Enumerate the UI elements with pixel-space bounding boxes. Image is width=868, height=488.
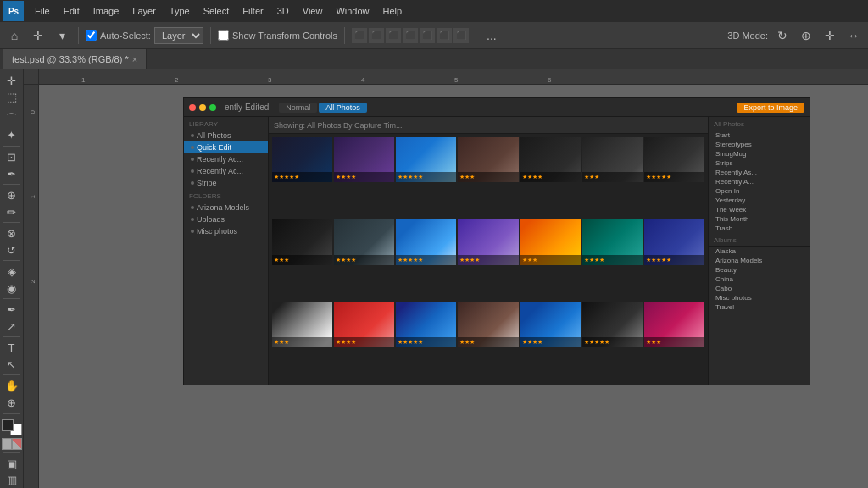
tool-crop[interactable]: ⊡ [2, 149, 22, 165]
menu-view[interactable]: View [297, 4, 329, 18]
thumb-13[interactable]: ★★★★ [582, 219, 643, 264]
tool-eyedropper[interactable]: ✒ [2, 166, 22, 182]
tool-zoom[interactable]: ⊕ [2, 395, 22, 411]
quick-mask-toggle[interactable] [2, 438, 22, 450]
right-item-china[interactable]: China [709, 274, 810, 284]
left-nav-stripe[interactable]: Stripe [184, 177, 268, 189]
tool-spot-heal[interactable]: ⊕ [2, 187, 22, 203]
thumb-16[interactable]: ★★★★ [334, 302, 394, 347]
align-left-btn[interactable]: ⬛ [352, 28, 367, 43]
thumb-8[interactable]: ★★★ [272, 219, 332, 264]
screen-mode-2-btn[interactable]: ▥ [2, 472, 22, 488]
thumb-7[interactable]: ★★★★★ [644, 137, 704, 182]
tool-clone[interactable]: ⊗ [2, 225, 22, 241]
screen-mode-btn[interactable]: ▣ [2, 456, 22, 472]
right-item-the-week[interactable]: The Week [709, 205, 810, 214]
thumb-9[interactable]: ★★★★ [334, 219, 394, 264]
thumb-10[interactable]: ★★★★★ [396, 219, 456, 264]
tool-marquee[interactable]: ⬚ [2, 90, 22, 106]
tool-type[interactable]: T [2, 340, 22, 356]
right-item-cabo[interactable]: Cabo [709, 284, 810, 293]
left-nav-all-photos[interactable]: All Photos [184, 130, 268, 141]
tool-move[interactable]: ✛ [2, 73, 22, 89]
tool-quick-select[interactable]: ✦ [2, 128, 22, 144]
tool-lasso[interactable]: ⌒ [2, 111, 22, 127]
tool-history[interactable]: ↺ [2, 242, 22, 258]
thumb-14[interactable]: ★★★★★ [644, 219, 704, 264]
thumb-17[interactable]: ★★★★★ [396, 302, 456, 347]
home-icon[interactable]: ⌂ [5, 26, 24, 45]
maximize-dot[interactable] [209, 104, 216, 111]
left-nav-misc[interactable]: Misc photos [184, 225, 268, 237]
3d-zoom-icon[interactable]: ⊕ [797, 26, 815, 45]
right-item-alaska[interactable]: Alaska [709, 247, 810, 256]
right-item-travel[interactable]: Travel [709, 302, 810, 312]
right-item-arizona-models[interactable]: Arizona Models [709, 256, 810, 265]
right-item-yesterday[interactable]: Yesterday [709, 196, 810, 205]
export-btn[interactable]: Export to Image [737, 103, 804, 113]
thumb-1[interactable]: ★★★★★ [272, 137, 332, 182]
menu-layer[interactable]: Layer [126, 4, 162, 18]
more-options[interactable]: ... [483, 29, 500, 42]
menu-file[interactable]: File [29, 4, 56, 18]
3d-rotate-icon[interactable]: ↻ [773, 26, 792, 45]
thumb-11[interactable]: ★★★★ [458, 219, 518, 264]
minimize-dot[interactable] [199, 104, 206, 111]
thumb-19[interactable]: ★★★★ [520, 302, 581, 347]
right-item-trash[interactable]: Trash [709, 224, 810, 233]
menu-3d[interactable]: 3D [271, 4, 295, 18]
left-nav-recently-ac2[interactable]: Recently Ac... [184, 165, 268, 177]
tool-direct-select[interactable]: ↖ [2, 357, 22, 373]
tool-pen[interactable]: ✒ [2, 302, 22, 318]
thumb-18[interactable]: ★★★ [458, 302, 518, 347]
menu-select[interactable]: Select [198, 4, 236, 18]
auto-select-checkbox[interactable] [86, 30, 97, 41]
menu-type[interactable]: Type [164, 4, 196, 18]
tool-path[interactable]: ↗ [2, 319, 22, 335]
thumb-15[interactable]: ★★★ [272, 302, 332, 347]
thumb-2[interactable]: ★★★★ [334, 137, 394, 182]
thumb-3[interactable]: ★★★★★ [396, 137, 456, 182]
right-item-open-in[interactable]: Open In [709, 186, 810, 196]
tool-brush[interactable]: ✏ [2, 204, 22, 220]
tab-close-btn[interactable]: × [132, 54, 137, 64]
left-nav-quick-edit[interactable]: Quick Edit [184, 141, 268, 153]
right-item-strips[interactable]: Strips [709, 158, 810, 168]
distribute-btn[interactable]: ⬛ [453, 28, 469, 43]
thumb-20[interactable]: ★★★★★ [582, 302, 643, 347]
align-center-btn[interactable]: ⬛ [369, 28, 384, 43]
thumb-5[interactable]: ★★★★ [520, 137, 581, 182]
align-right-btn[interactable]: ⬛ [386, 28, 401, 43]
right-item-recently-as[interactable]: Recently As... [709, 168, 810, 177]
left-nav-recently-ac1[interactable]: Recently Ac... [184, 153, 268, 165]
thumb-6[interactable]: ★★★ [582, 137, 643, 182]
right-item-misc-photos[interactable]: Misc photos [709, 293, 810, 302]
menu-window[interactable]: Window [330, 4, 375, 18]
tool-blur[interactable]: ◈ [2, 263, 22, 280]
menu-help[interactable]: Help [377, 4, 409, 18]
3d-slide-icon[interactable]: ↔ [844, 26, 863, 45]
left-nav-uploads[interactable]: Uploads [184, 214, 268, 225]
right-item-recently-a[interactable]: Recently A... [709, 177, 810, 186]
color-swatches[interactable] [2, 419, 22, 435]
close-dot[interactable] [189, 104, 196, 111]
align-top-btn[interactable]: ⬛ [403, 28, 418, 43]
3d-pan-icon[interactable]: ✛ [821, 26, 839, 45]
align-mid-btn[interactable]: ⬛ [420, 28, 435, 43]
thumb-21[interactable]: ★★★ [644, 302, 704, 347]
menu-image[interactable]: Image [87, 4, 125, 18]
menu-edit[interactable]: Edit [58, 4, 86, 18]
tool-dodge[interactable]: ◉ [2, 280, 22, 297]
tool-hand[interactable]: ✋ [2, 378, 22, 394]
right-item-smugmug[interactable]: SmugMug [709, 149, 810, 158]
move-dropdown[interactable]: ▾ [53, 26, 71, 45]
left-nav-arizona[interactable]: Arizona Models [184, 202, 268, 214]
foreground-color-swatch[interactable] [2, 419, 14, 431]
thumb-12[interactable]: ★★★ [520, 219, 581, 264]
document-tab[interactable]: test.psd @ 33.3% (RGB/8) * × [3, 49, 147, 69]
tab-all-photos[interactable]: All Photos [319, 103, 367, 113]
show-transform-checkbox[interactable] [218, 30, 229, 41]
align-bottom-btn[interactable]: ⬛ [437, 28, 452, 43]
menu-filter[interactable]: Filter [236, 4, 269, 18]
move-icon[interactable]: ✛ [29, 26, 47, 45]
